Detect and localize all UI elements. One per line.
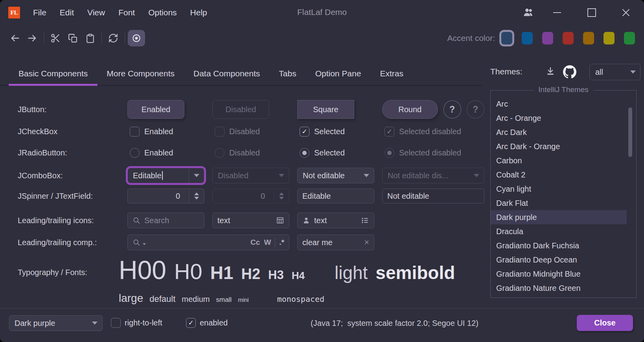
combobox-editable[interactable]: Editable: [127, 168, 204, 183]
combobox-value: Not editable: [303, 171, 345, 180]
jbutton-label: JButton:: [18, 105, 120, 114]
combobox-value: Not editable dis...: [388, 171, 449, 180]
theme-item[interactable]: Arc: [491, 97, 636, 111]
theme-item[interactable]: Arc Dark: [491, 125, 636, 139]
list-icon[interactable]: [361, 216, 369, 224]
eye-icon: [131, 33, 142, 43]
theme-item[interactable]: Arc Dark - Orange: [491, 139, 636, 153]
tab-extras[interactable]: Extras: [380, 61, 403, 86]
copy-icon: [68, 33, 78, 43]
forward-button[interactable]: [24, 30, 41, 46]
theme-item[interactable]: Cobalt 2: [491, 168, 636, 182]
combo-arrow[interactable]: [189, 168, 204, 183]
tab-basic-components[interactable]: Basic Components: [18, 61, 88, 86]
accent-swatch-yellow[interactable]: [604, 32, 615, 44]
spinner[interactable]: 0: [127, 189, 204, 203]
text-caret: [162, 171, 163, 180]
tab-more-components[interactable]: More Components: [107, 61, 175, 86]
search-icon[interactable]: [132, 238, 140, 246]
menu-help[interactable]: Help: [190, 8, 207, 17]
copy-button[interactable]: [64, 30, 81, 46]
themes-label: Themes:: [490, 67, 523, 76]
enabled-checkbox[interactable]: ✓ enabled: [186, 318, 228, 328]
menu-edit[interactable]: Edit: [60, 8, 74, 17]
menu-options[interactable]: Options: [148, 8, 177, 17]
github-button[interactable]: [562, 64, 577, 79]
paste-button[interactable]: [81, 30, 99, 46]
minimize-button[interactable]: [550, 6, 564, 19]
checkbox-enabled[interactable]: Enabled: [127, 127, 204, 137]
themes-scrollbar-thumb[interactable]: [628, 107, 632, 157]
inspect-toggle-button[interactable]: [128, 30, 145, 46]
checkbox-icon: [130, 127, 140, 137]
large-sample: large: [119, 292, 143, 305]
tab-tabs[interactable]: Tabs: [279, 61, 296, 86]
themes-list: Arc Arc - Orange Arc Dark Arc Dark - Ora…: [491, 97, 636, 295]
medium-sample: medium: [182, 295, 210, 304]
window: FL File Edit View Font Options Help Flat…: [0, 0, 644, 342]
row-jbutton: JButton: Enabled Disabled Square Round ?…: [18, 100, 484, 118]
accent-swatch-red[interactable]: [563, 32, 574, 44]
menu-view[interactable]: View: [87, 8, 105, 17]
accent-swatch-default[interactable]: [501, 32, 512, 44]
theme-item[interactable]: Gradianto Deep Ocean: [491, 253, 636, 267]
checkbox-selected[interactable]: ✓ Selected: [297, 127, 374, 137]
theme-item-selected[interactable]: Dark purple: [491, 210, 627, 224]
theme-item[interactable]: Arc - Orange: [491, 111, 636, 125]
theme-item[interactable]: Cyan light: [491, 182, 636, 196]
search-field-with-options[interactable]: Cc W .*: [127, 235, 289, 250]
table-icon[interactable]: [276, 216, 284, 224]
text-field-with-table-icon[interactable]: text: [212, 213, 289, 228]
back-button[interactable]: [6, 30, 24, 46]
download-theme-button[interactable]: [543, 65, 558, 79]
regex-toggle[interactable]: .*: [279, 238, 284, 247]
theme-filter-combobox[interactable]: all: [589, 64, 640, 80]
text-field-with-user-icon[interactable]: text: [297, 213, 374, 228]
match-case-toggle[interactable]: Cc: [250, 238, 260, 247]
users-button[interactable]: [522, 6, 535, 19]
round-button[interactable]: Round: [382, 100, 438, 119]
search-field[interactable]: Search: [127, 213, 204, 228]
theme-item[interactable]: Gradianto Midnight Blue: [491, 267, 636, 281]
theme-combobox[interactable]: Dark purple: [9, 315, 103, 331]
theme-item[interactable]: Dark Flat: [491, 196, 636, 210]
combobox-disabled: Disabled: [212, 168, 289, 183]
accent-swatch-green[interactable]: [624, 32, 635, 44]
radio-selected[interactable]: Selected: [297, 148, 374, 158]
accent-swatch-blue[interactable]: [522, 32, 533, 44]
textfield-not-editable: Not editable: [382, 189, 484, 203]
textfield-editable[interactable]: Editable: [297, 189, 374, 203]
cut-button[interactable]: [47, 30, 64, 46]
theme-item[interactable]: Gradianto Dark Fuchsia: [491, 238, 636, 253]
accent-swatch-orange[interactable]: [583, 32, 594, 44]
tab-option-pane[interactable]: Option Pane: [315, 61, 361, 86]
help-button[interactable]: ?: [443, 100, 461, 118]
combo-arrow[interactable]: [87, 316, 102, 331]
rtl-checkbox[interactable]: right-to-left: [111, 318, 162, 328]
combobox-not-editable[interactable]: Not editable: [297, 168, 374, 183]
tab-data-components[interactable]: Data Components: [193, 61, 260, 86]
enabled-button[interactable]: Enabled: [127, 100, 184, 119]
close-window-button[interactable]: [619, 6, 633, 19]
toolbar-separator: [44, 32, 44, 44]
refresh-button[interactable]: [105, 30, 122, 46]
typography-sizes: large default medium small mini monospac…: [119, 292, 324, 305]
maximize-button[interactable]: [585, 6, 598, 19]
theme-item[interactable]: Carbon: [491, 153, 636, 168]
arrow-left-icon: [9, 33, 20, 44]
theme-item[interactable]: Gradianto Nature Green: [491, 281, 636, 295]
app-logo-text: FL: [10, 9, 18, 16]
jcheckbox-label: JCheckBox: [18, 127, 120, 136]
theme-item[interactable]: Dracula: [491, 224, 636, 238]
radio-enabled[interactable]: Enabled: [127, 148, 204, 158]
menu-file[interactable]: File: [33, 8, 46, 17]
square-button[interactable]: Square: [297, 100, 354, 119]
combo-arrow[interactable]: [359, 168, 374, 183]
close-button[interactable]: Close: [577, 315, 633, 331]
clearable-field[interactable]: clear me ×: [297, 235, 374, 250]
spinner-arrows[interactable]: [189, 189, 204, 203]
clear-icon[interactable]: ×: [364, 237, 369, 248]
whole-words-toggle[interactable]: W: [264, 238, 271, 247]
accent-swatch-purple[interactable]: [542, 32, 553, 44]
menu-font[interactable]: Font: [118, 8, 135, 17]
